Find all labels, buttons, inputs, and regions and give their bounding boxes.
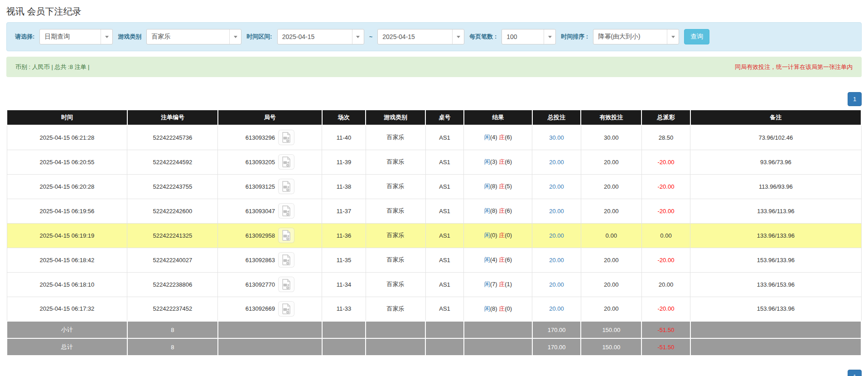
column-header-3: 局号	[218, 110, 322, 125]
banker-score: (5)	[505, 183, 512, 190]
chevron-down-icon	[544, 29, 555, 44]
play-video-button[interactable]	[278, 277, 294, 292]
table-row: 2025-04-15 06:18:10522422238806613092770…	[7, 272, 861, 297]
column-header-9: 有效投注	[581, 110, 641, 125]
cell-total-bet[interactable]: 20.00	[532, 174, 581, 199]
footer-empty-result	[464, 338, 532, 356]
play-video-button[interactable]	[278, 228, 294, 243]
currency-summary: 币别 : 人民币 | 总共 :8 注单 |	[15, 63, 90, 71]
cell-remark: 153.96/133.96	[690, 248, 861, 272]
table-row: 2025-04-15 06:20:55522422244592613093205…	[7, 150, 861, 174]
footer-valid-bet: 150.00	[581, 338, 641, 356]
cell-valid-bet: 20.00	[581, 150, 641, 174]
search-button[interactable]: 查询	[684, 29, 709, 44]
cell-valid-bet: 20.00	[581, 248, 641, 272]
banker-score: (6)	[505, 256, 512, 263]
cell-round-id: 613093296	[218, 125, 322, 150]
cell-valid-bet: 0.00	[581, 223, 641, 248]
cell-remark: 113.96/93.96	[690, 174, 861, 199]
player-label: 闲	[484, 232, 490, 239]
player-score: (3)	[490, 158, 499, 165]
cell-round-id: 613092958	[218, 223, 322, 248]
game-type-value: 百家乐	[147, 29, 229, 44]
video-icon	[282, 230, 291, 241]
banker-score: (6)	[505, 134, 512, 141]
cell-bet-id: 522422242600	[127, 199, 218, 223]
cell-game-type: 百家乐	[366, 297, 425, 321]
cell-total-bet[interactable]: 20.00	[532, 199, 581, 223]
player-label: 闲	[484, 305, 490, 312]
cell-result: 闲(3) 庄(6)	[464, 150, 532, 174]
cell-payout: -20.00	[641, 248, 690, 272]
cell-remark: 153.96/133.96	[690, 297, 861, 321]
cell-game-type: 百家乐	[366, 223, 425, 248]
player-score: (4)	[490, 256, 499, 263]
cell-table-no: AS1	[425, 297, 464, 321]
date-to-input[interactable]: 2025-04-15	[377, 29, 464, 44]
time-sort-select[interactable]: 降幂(由大到小)	[593, 29, 679, 44]
column-header-11: 备注	[690, 110, 861, 125]
banker-label: 庄	[499, 281, 505, 288]
cell-remark: 93.96/73.96	[690, 150, 861, 174]
cell-total-bet[interactable]: 20.00	[532, 297, 581, 321]
player-label: 闲	[484, 207, 490, 214]
summary-bar: 币别 : 人民币 | 总共 :8 注单 | 同局有效投注，统一计算在该局第一张注…	[6, 57, 862, 77]
round-id-text: 613093296	[246, 134, 275, 141]
video-icon	[282, 156, 291, 167]
cell-total-bet[interactable]: 30.00	[532, 125, 581, 150]
banker-score: (6)	[505, 158, 512, 165]
cell-total-bet[interactable]: 20.00	[532, 248, 581, 272]
play-video-button[interactable]	[278, 203, 294, 219]
cell-round-id: 613093125	[218, 174, 322, 199]
table-footer-row: 总计8170.00150.00-51.50	[7, 338, 861, 356]
play-video-button[interactable]	[278, 130, 294, 145]
cell-session: 11-38	[322, 174, 366, 199]
game-type-label: 游戏类别	[118, 33, 141, 41]
time-sort-label: 时间排序 :	[561, 33, 588, 41]
cell-session: 11-36	[322, 223, 366, 248]
round-id-text: 613092669	[246, 305, 275, 312]
query-type-select[interactable]: 日期查询	[39, 29, 113, 44]
cell-total-bet[interactable]: 20.00	[532, 223, 581, 248]
cell-valid-bet: 20.00	[581, 272, 641, 297]
footer-empty-game	[366, 321, 425, 338]
cell-table-no: AS1	[425, 125, 464, 150]
video-icon	[282, 181, 291, 192]
game-type-select[interactable]: 百家乐	[146, 29, 241, 44]
footer-empty-session	[322, 321, 366, 338]
cell-time: 2025-04-15 06:19:19	[7, 223, 127, 248]
cell-table-no: AS1	[425, 199, 464, 223]
table-row: 2025-04-15 06:19:19522422241325613092958…	[7, 223, 861, 248]
player-label: 闲	[484, 134, 490, 141]
filter-panel: 请选择: 日期查询 游戏类别 百家乐 时间区间: 2025-04-15 ~ 20…	[6, 22, 862, 51]
cell-round-id: 613092770	[218, 272, 322, 297]
table-row: 2025-04-15 06:21:28522422245736613093296…	[7, 125, 861, 150]
play-video-button[interactable]	[278, 301, 294, 317]
play-video-button[interactable]	[278, 179, 294, 194]
banker-label: 庄	[499, 256, 505, 263]
chevron-down-icon	[352, 29, 364, 44]
cell-result: 闲(4) 庄(6)	[464, 248, 532, 272]
round-id-text: 613093205	[246, 159, 275, 166]
page-size-select[interactable]: 100	[502, 29, 556, 44]
cell-total-bet[interactable]: 20.00	[532, 150, 581, 174]
date-to-value: 2025-04-15	[378, 29, 452, 44]
footer-empty-table	[425, 321, 464, 338]
play-video-button[interactable]	[278, 154, 294, 170]
video-icon	[282, 132, 291, 143]
cell-table-no: AS1	[425, 223, 464, 248]
page-1-button-bottom[interactable]: 1	[848, 370, 862, 376]
player-label: 闲	[484, 183, 490, 190]
table-footer-row: 小计8170.00150.00-51.50	[7, 321, 861, 338]
footer-empty-game	[366, 338, 425, 356]
cell-session: 11-37	[322, 199, 366, 223]
date-from-input[interactable]: 2025-04-15	[277, 29, 364, 44]
cell-valid-bet: 30.00	[581, 125, 641, 150]
page-1-button[interactable]: 1	[848, 92, 862, 106]
cell-game-type: 百家乐	[366, 199, 425, 223]
cell-round-id: 613093047	[218, 199, 322, 223]
footer-total-bet: 170.00	[532, 321, 581, 338]
cell-total-bet[interactable]: 20.00	[532, 272, 581, 297]
play-video-button[interactable]	[278, 252, 294, 268]
player-label: 闲	[484, 281, 490, 288]
